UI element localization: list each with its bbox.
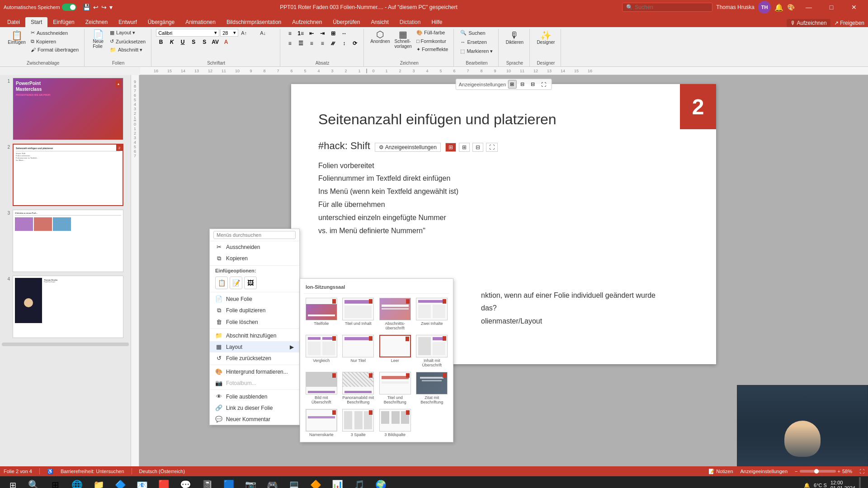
layout-vergleich[interactable]: Vergleich	[304, 333, 339, 369]
paste-plain-button[interactable]: 📋	[215, 277, 228, 289]
taskbar-outlook[interactable]: 📧	[132, 476, 152, 488]
taskbar-misc7[interactable]: 🎵	[349, 476, 369, 488]
justify-button[interactable]: ≡	[317, 39, 327, 48]
ctx-kommentar[interactable]: 💬 Neuer Kommentar	[210, 413, 299, 425]
view-btn-4[interactable]: ⛶	[486, 143, 498, 152]
notes-button[interactable]: 📝 Notizen	[708, 469, 733, 474]
view-btn-1[interactable]: ⊞	[445, 143, 456, 152]
view-grid-button[interactable]: ⊟	[518, 80, 527, 89]
strikethrough-button[interactable]: S	[189, 38, 198, 47]
tab-einfuegen[interactable]: Einfügen	[47, 17, 80, 27]
tab-entwurf[interactable]: Entwurf	[113, 17, 142, 27]
smartart-button[interactable]: ⊞	[328, 29, 338, 38]
tab-ansicht[interactable]: Ansicht	[365, 17, 394, 27]
taskbar-misc5[interactable]: 🔶	[306, 476, 326, 488]
kopieren-button[interactable]: ⧉ Kopieren	[29, 38, 80, 45]
align-left-button[interactable]: ≡	[285, 39, 295, 48]
slide-thumb-2[interactable]: 2 Seitenzahl einfügen und platzieren #ha…	[2, 143, 129, 207]
redo-icon[interactable]: ↪	[100, 3, 108, 12]
spacing-button[interactable]: AV	[210, 38, 220, 47]
layout-namenskarte[interactable]: Namenskarte	[304, 408, 339, 438]
view-btn-2[interactable]: ⊞	[459, 143, 470, 152]
zoom-slider[interactable]	[800, 470, 836, 473]
ctx-folie-dup[interactable]: ⧉ Folie duplizieren	[210, 305, 299, 316]
neue-folie-button[interactable]: 📄 NeueFolie	[89, 29, 107, 50]
tab-ueberpruefen[interactable]: Überprüfen	[327, 17, 365, 27]
ctx-hintergrund[interactable]: 🎨 Hintergrund formatieren...	[210, 366, 299, 377]
fill-button[interactable]: 🎨 Füll-farbe	[415, 29, 450, 37]
layout-zwei-inhalte[interactable]: Zwei Inhalte	[415, 296, 450, 332]
layout-leer[interactable]: Leer	[377, 333, 413, 369]
ctx-layout[interactable]: ▦ Layout ▶	[210, 341, 299, 352]
layout-titel-inhalt[interactable]: Titel und Inhalt	[341, 296, 376, 332]
tab-hilfe[interactable]: Hilfe	[426, 17, 448, 27]
taskbar-teams[interactable]: 💬	[175, 476, 195, 488]
ctx-kopieren[interactable]: ⧉ Kopieren	[210, 253, 299, 264]
einfuegen-button[interactable]: 📋 Einfügen	[5, 29, 28, 47]
slide-thumb-3[interactable]: 3 3 Schritte zu einem Profi...	[2, 209, 129, 273]
taskbar-misc3[interactable]: 🎮	[262, 476, 282, 488]
increase-indent-button[interactable]: ⇥	[317, 29, 327, 38]
undo-icon[interactable]: ↩	[92, 3, 99, 12]
diktieren-button[interactable]: 🎙 Diktieren	[503, 29, 526, 47]
view-btn-3[interactable]: ⊟	[472, 143, 483, 152]
notification-icon[interactable]: 🔔	[804, 483, 810, 488]
markieren-button[interactable]: ⬚ Markieren ▾	[458, 47, 495, 55]
tab-zeichnen[interactable]: Zeichnen	[80, 17, 113, 27]
ctx-zuruecksetzen[interactable]: ↺ Folie zurücksetzen	[210, 352, 299, 364]
layout-titel-beschriftung[interactable]: Titel und Beschriftung	[377, 371, 413, 406]
decrease-indent-button[interactable]: ⇤	[307, 29, 316, 38]
save-icon[interactable]: 💾	[82, 3, 91, 12]
taskbar-misc2[interactable]: 📷	[241, 476, 260, 488]
taskbar-edge[interactable]: 🔷	[110, 476, 130, 488]
tab-animationen[interactable]: Animationen	[180, 17, 221, 27]
format-button[interactable]: 🖌 Format übertragen	[29, 46, 80, 53]
ctx-neue-folie[interactable]: 📄 Neue Folie	[210, 293, 299, 305]
font-size-combo[interactable]: 28▾	[220, 29, 238, 37]
ctx-ausblenden[interactable]: 👁 Folie ausblenden	[210, 391, 299, 402]
layout-button[interactable]: ▦ Layout ▾	[108, 29, 147, 37]
suchen-button[interactable]: 🔍 Suchen	[458, 29, 487, 37]
slide-thumb-1[interactable]: 1 PowerPoint Masterclass PRÄSENTIEREN WI…	[2, 77, 129, 141]
zoom-out-button[interactable]: −	[795, 469, 797, 474]
shadow-button[interactable]: S	[199, 38, 209, 47]
increase-font-button[interactable]: A↑	[239, 29, 257, 37]
layout-zitat[interactable]: Zitat mit Beschriftung	[415, 371, 450, 406]
taskbar-folder[interactable]: 📁	[89, 476, 108, 488]
paste-format-button[interactable]: 📝	[230, 277, 242, 289]
layout-3-spalte[interactable]: 3 Spalte	[341, 408, 376, 438]
quick-styles-button[interactable]: ▦ Schnell-vorlagen	[393, 29, 414, 50]
ctx-abschnitt[interactable]: 📁 Abschnitt hinzufügen	[210, 330, 299, 341]
start-button[interactable]: ⊞	[4, 476, 22, 488]
freigeben-button[interactable]: ↗ Freigeben	[834, 20, 864, 26]
ctx-ausschneiden[interactable]: ✂ Ausschneiden	[210, 241, 299, 253]
layout-nur-titel[interactable]: Nur Titel	[341, 333, 376, 369]
view-outline-button[interactable]: ⊟	[528, 80, 537, 89]
bullet-button[interactable]: ≡	[285, 29, 295, 38]
autosave-toggle[interactable]	[62, 4, 76, 11]
layout-bild-ueberschrift[interactable]: Bild mit Überschrift	[304, 371, 339, 406]
layout-inhalt-ueberschrift[interactable]: Inhalt mit Überschrift	[415, 333, 450, 369]
ersetzen-button[interactable]: ↔ Ersetzen	[458, 38, 488, 46]
font-family-combo[interactable]: Calibri▾	[156, 29, 219, 37]
decrease-font-button[interactable]: A↓	[258, 29, 276, 37]
tab-start[interactable]: Start	[25, 17, 47, 27]
num-list-button[interactable]: 1≡	[296, 29, 306, 38]
effects-button[interactable]: ✦ Formeffekte	[415, 46, 450, 53]
ctx-link[interactable]: 🔗 Link zu dieser Folie	[210, 402, 299, 413]
ctx-folie-loeschen[interactable]: 🗑 Folie löschen	[210, 316, 299, 328]
taskbar-search[interactable]: 🔍	[24, 476, 43, 488]
tab-datei[interactable]: Datei	[2, 17, 25, 27]
more-icon[interactable]: ▾	[108, 3, 113, 12]
slide-panel-scrollbar[interactable]	[2, 343, 129, 346]
view-normal-button[interactable]: ⊞	[508, 80, 516, 89]
outline-button[interactable]: □ Formkontur	[415, 38, 450, 45]
accessibility-status[interactable]: Barrierefreiheit: Untersuchen	[61, 469, 124, 474]
share-icon[interactable]: 🔔	[774, 3, 783, 12]
layout-abschnitts[interactable]: Abschnitts-überschrift	[377, 296, 413, 332]
fit-slide-button[interactable]: ⛶	[859, 469, 864, 474]
align-right-button[interactable]: ≡	[307, 39, 316, 48]
minimize-button[interactable]: —	[798, 0, 819, 14]
ausschneiden-button[interactable]: ✂ Ausschneiden	[29, 29, 80, 37]
ribbon-icon[interactable]: 🎨	[787, 4, 795, 11]
